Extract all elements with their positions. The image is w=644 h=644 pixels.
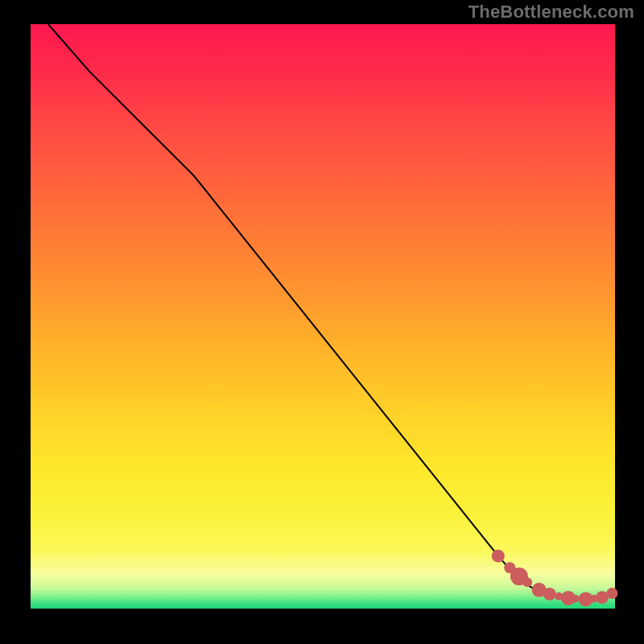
highlight-dot <box>606 588 617 599</box>
highlight-dot <box>572 595 580 603</box>
plot-area <box>31 24 615 609</box>
highlight-dot <box>492 550 505 563</box>
chart-container: TheBottleneck.com <box>0 0 644 644</box>
highlight-dot <box>522 577 532 587</box>
plot-svg <box>31 24 615 609</box>
bottleneck-curve <box>48 24 613 599</box>
watermark-text: TheBottleneck.com <box>469 2 634 23</box>
highlight-dot <box>543 588 556 601</box>
highlight-dots-group <box>492 550 618 607</box>
